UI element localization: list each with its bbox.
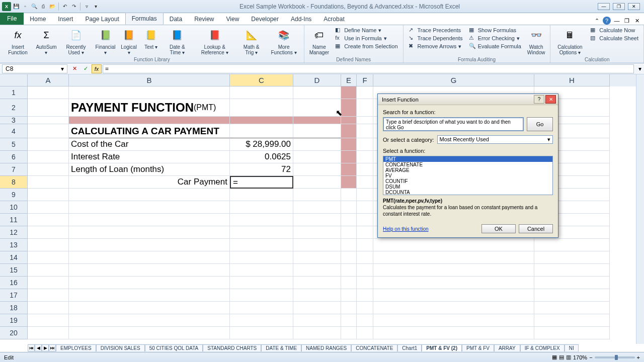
row-header[interactable]: 11 bbox=[0, 214, 28, 226]
sheet-tab[interactable]: PMT & FV (2) bbox=[422, 344, 462, 351]
new-icon[interactable]: ▫ bbox=[21, 3, 29, 11]
open-icon[interactable]: 📂 bbox=[48, 3, 56, 11]
ok-button[interactable]: OK bbox=[481, 224, 516, 233]
dialog-close-icon[interactable]: ✕ bbox=[545, 95, 556, 104]
dialog-help-icon[interactable]: ? bbox=[534, 95, 544, 104]
preview-icon[interactable]: 🔍 bbox=[30, 3, 38, 11]
cell[interactable]: CALCULATING A CAR PAYMENT bbox=[69, 124, 230, 138]
cell[interactable] bbox=[293, 251, 341, 264]
cell[interactable] bbox=[28, 277, 69, 289]
cell[interactable] bbox=[293, 117, 341, 124]
last-sheet-icon[interactable]: ⏭ bbox=[49, 344, 56, 351]
cell[interactable] bbox=[357, 302, 373, 314]
cell[interactable] bbox=[357, 163, 373, 176]
row-header[interactable]: 16 bbox=[0, 277, 28, 289]
cell[interactable] bbox=[69, 251, 230, 264]
cell[interactable] bbox=[28, 86, 69, 99]
watch-window-button[interactable]: 👓Watch Window bbox=[525, 26, 547, 56]
cell[interactable] bbox=[357, 86, 373, 99]
autofilter-icon[interactable]: ▿ bbox=[83, 3, 91, 11]
cell[interactable] bbox=[230, 314, 293, 327]
tab-acrobat[interactable]: Acrobat bbox=[317, 14, 350, 25]
cell[interactable] bbox=[373, 302, 534, 314]
cell[interactable] bbox=[293, 264, 341, 277]
cell[interactable] bbox=[373, 264, 534, 277]
row-header[interactable]: 17 bbox=[0, 289, 28, 302]
cancel-formula-icon[interactable]: ✕ bbox=[69, 64, 79, 73]
cell[interactable] bbox=[373, 289, 534, 302]
row-header[interactable]: 1 bbox=[0, 86, 28, 99]
cell[interactable] bbox=[69, 86, 230, 99]
zoom-in-icon[interactable]: + bbox=[637, 354, 640, 360]
cell[interactable] bbox=[341, 214, 357, 226]
cell[interactable] bbox=[341, 277, 357, 289]
cell[interactable] bbox=[293, 189, 341, 201]
col-header[interactable]: F bbox=[357, 74, 373, 86]
list-item[interactable]: DCOUNTA bbox=[383, 190, 552, 195]
cell[interactable] bbox=[28, 163, 69, 176]
cell[interactable] bbox=[28, 264, 69, 277]
cell[interactable] bbox=[230, 99, 293, 117]
print-icon[interactable]: ⎙ bbox=[39, 3, 47, 11]
text-button[interactable]: 📒Text ▾ bbox=[141, 26, 161, 51]
cell[interactable] bbox=[69, 214, 230, 226]
cell[interactable] bbox=[230, 226, 293, 239]
cell[interactable] bbox=[341, 327, 357, 339]
cell[interactable] bbox=[69, 302, 230, 314]
cell[interactable]: 72 bbox=[230, 163, 293, 176]
cell[interactable] bbox=[69, 189, 230, 201]
doc-restore-icon[interactable]: ❐ bbox=[623, 17, 631, 25]
cell[interactable] bbox=[341, 151, 357, 163]
cell[interactable] bbox=[341, 138, 357, 151]
cell[interactable] bbox=[357, 138, 373, 151]
cell[interactable] bbox=[230, 189, 293, 201]
cell[interactable] bbox=[341, 124, 357, 138]
restore-button[interactable]: ❐ bbox=[613, 3, 625, 10]
cell[interactable] bbox=[28, 151, 69, 163]
cell[interactable] bbox=[28, 138, 69, 151]
file-tab[interactable]: File bbox=[0, 13, 24, 25]
tab-formulas[interactable]: Formulas bbox=[125, 13, 164, 25]
minimize-button[interactable]: — bbox=[598, 3, 610, 10]
category-select[interactable]: Most Recently Used▾ bbox=[437, 135, 553, 144]
row-header[interactable]: 20 bbox=[0, 327, 28, 339]
qat-dropdown-icon[interactable]: ▾ bbox=[92, 3, 100, 11]
cell[interactable] bbox=[293, 99, 341, 117]
cell[interactable]: Cost of the Car bbox=[69, 138, 230, 151]
sheet-tab[interactable]: DATE & TIME bbox=[261, 344, 301, 351]
cell[interactable]: = bbox=[230, 176, 293, 189]
math-button[interactable]: 📐Math & Trig ▾ bbox=[238, 26, 265, 56]
cell[interactable] bbox=[28, 289, 69, 302]
cell[interactable] bbox=[293, 138, 341, 151]
sheet-tab[interactable]: NAMED RANGES bbox=[301, 344, 351, 351]
cell[interactable] bbox=[28, 189, 69, 201]
cell[interactable] bbox=[341, 189, 357, 201]
cell[interactable] bbox=[341, 251, 357, 264]
cell[interactable]: $ 28,999.00 bbox=[230, 138, 293, 151]
calculate-sheet-button[interactable]: ▧Calculate Sheet bbox=[588, 34, 640, 42]
cell[interactable] bbox=[28, 201, 69, 214]
cell[interactable] bbox=[230, 124, 293, 138]
datetime-button[interactable]: 📘Date & Time ▾ bbox=[163, 26, 192, 56]
trace-precedents-button[interactable]: ↗Trace Precedents bbox=[407, 26, 465, 34]
cell[interactable] bbox=[230, 289, 293, 302]
list-item[interactable]: PMT bbox=[383, 156, 552, 162]
save-icon[interactable]: 💾 bbox=[12, 3, 20, 11]
cell[interactable] bbox=[357, 99, 373, 117]
cell[interactable] bbox=[230, 86, 293, 99]
cell[interactable]: 0.0625 bbox=[230, 151, 293, 163]
cell[interactable] bbox=[293, 163, 341, 176]
list-item[interactable]: FV bbox=[383, 173, 552, 178]
error-checking-button[interactable]: ⚠Error Checking ▾ bbox=[467, 34, 523, 42]
cell[interactable] bbox=[293, 201, 341, 214]
function-list[interactable]: PMTCONCATENATEAVERAGEFVCOUNTIFDSUMDCOUNT… bbox=[383, 156, 553, 195]
cell[interactable] bbox=[230, 302, 293, 314]
cell[interactable] bbox=[28, 226, 69, 239]
row-header[interactable]: 12 bbox=[0, 226, 28, 239]
row-header[interactable]: 14 bbox=[0, 251, 28, 264]
cell[interactable] bbox=[373, 314, 534, 327]
recently-used-button[interactable]: 📄Recently Used ▾ bbox=[60, 26, 92, 56]
tab-home[interactable]: Home bbox=[24, 14, 52, 25]
name-manager-button[interactable]: 🏷Name Manager bbox=[307, 26, 331, 56]
cell[interactable] bbox=[341, 289, 357, 302]
